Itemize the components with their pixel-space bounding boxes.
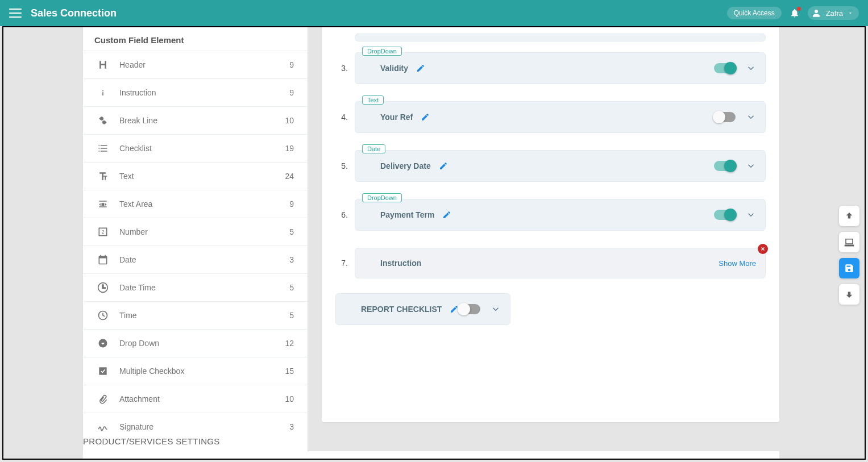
field-type-tag: Date bbox=[362, 144, 385, 153]
element-type-date[interactable]: Date3 bbox=[83, 245, 308, 273]
field-name: Instruction bbox=[380, 259, 421, 268]
element-count: 3 bbox=[289, 255, 294, 264]
element-count: 9 bbox=[289, 60, 294, 69]
save-button[interactable] bbox=[839, 258, 859, 278]
field-card[interactable]: DropDownPayment Term bbox=[355, 199, 766, 231]
topbar-left: Sales Connection bbox=[9, 7, 117, 19]
topbar: Sales Connection Quick Access Zafra bbox=[0, 0, 868, 26]
element-type-time[interactable]: Time5 bbox=[83, 301, 308, 329]
section-title-product-services: PRODUCT/SERVICES SETTINGS bbox=[83, 436, 220, 446]
expand-icon[interactable] bbox=[491, 304, 501, 314]
floating-action-column bbox=[839, 206, 865, 305]
element-count: 9 bbox=[289, 199, 294, 209]
element-type-datetime[interactable]: Date Time5 bbox=[83, 273, 308, 301]
field-row: 6.DropDownPayment Term bbox=[322, 197, 779, 233]
element-count: 24 bbox=[285, 172, 294, 181]
show-more-link[interactable]: Show More bbox=[719, 259, 756, 268]
user-name: Zafra bbox=[826, 9, 843, 18]
delete-icon[interactable] bbox=[758, 244, 768, 254]
field-card[interactable]: DateDelivery Date bbox=[355, 150, 766, 182]
edit-icon[interactable] bbox=[421, 113, 430, 122]
text-icon bbox=[97, 170, 109, 182]
element-count: 3 bbox=[289, 422, 294, 431]
field-name: Validity bbox=[380, 64, 408, 73]
field-number: 7. bbox=[335, 259, 348, 268]
field-number: 3. bbox=[335, 64, 348, 73]
field-type-tag: DropDown bbox=[362, 47, 402, 56]
element-count: 5 bbox=[289, 311, 294, 320]
element-label: Attachment bbox=[119, 394, 160, 403]
field-number: 4. bbox=[335, 113, 348, 122]
edit-icon[interactable] bbox=[416, 64, 425, 73]
svg-text:2: 2 bbox=[102, 229, 105, 235]
toggle-switch[interactable] bbox=[714, 210, 736, 220]
move-down-button[interactable] bbox=[839, 284, 859, 305]
expand-icon[interactable] bbox=[746, 63, 756, 73]
toggle-switch[interactable] bbox=[714, 112, 736, 122]
preview-button[interactable] bbox=[839, 232, 859, 252]
element-label: Time bbox=[119, 311, 137, 320]
field-type-tag: DropDown bbox=[362, 193, 402, 202]
field-card[interactable]: DropDownValidity bbox=[355, 52, 766, 84]
field-number: 5. bbox=[335, 161, 348, 170]
datetime-icon bbox=[97, 281, 109, 294]
element-type-textarea[interactable]: Text Area9 bbox=[83, 190, 308, 218]
chevron-down-icon bbox=[848, 10, 853, 16]
field-card[interactable]: InstructionShow More bbox=[355, 248, 766, 278]
field-row: 7.InstructionShow More bbox=[322, 245, 779, 281]
checklist-icon bbox=[97, 142, 109, 155]
edit-icon[interactable] bbox=[439, 161, 448, 170]
field-name: Payment Term bbox=[380, 210, 434, 219]
element-type-instruction[interactable]: Instruction9 bbox=[83, 78, 308, 106]
element-count: 10 bbox=[285, 394, 294, 403]
field-row: REPORT CHECKLIST bbox=[322, 293, 779, 325]
user-menu[interactable]: Zafra bbox=[808, 6, 859, 20]
element-label: Date Time bbox=[119, 283, 156, 292]
element-label: Text bbox=[119, 172, 134, 181]
number-icon: 2 bbox=[97, 226, 109, 238]
element-type-attachment[interactable]: Attachment10 bbox=[83, 385, 308, 413]
element-type-text[interactable]: Text24 bbox=[83, 162, 308, 190]
expand-icon[interactable] bbox=[746, 210, 756, 220]
element-count: 19 bbox=[285, 144, 294, 153]
user-icon bbox=[811, 8, 821, 18]
field-row: 4.TextYour Ref bbox=[322, 99, 779, 135]
toggle-switch[interactable] bbox=[714, 63, 736, 73]
element-label: Instruction bbox=[119, 88, 156, 97]
quick-access-button[interactable]: Quick Access bbox=[727, 7, 782, 19]
element-label: Multiple Checkbox bbox=[119, 367, 184, 376]
element-type-breakline[interactable]: Break Line10 bbox=[83, 106, 308, 134]
brand-title: Sales Connection bbox=[31, 7, 117, 19]
element-type-checklist[interactable]: Checklist19 bbox=[83, 134, 308, 162]
element-type-number[interactable]: 2Number5 bbox=[83, 218, 308, 245]
element-type-header[interactable]: Header9 bbox=[83, 51, 308, 78]
multicheck-icon bbox=[97, 365, 109, 377]
expand-icon[interactable] bbox=[746, 161, 756, 171]
menu-icon[interactable] bbox=[9, 9, 22, 18]
element-count: 12 bbox=[285, 339, 294, 348]
content-area: Custom Field Element Header9Instruction9… bbox=[3, 27, 865, 459]
expand-icon[interactable] bbox=[746, 112, 756, 122]
element-count: 5 bbox=[289, 227, 294, 236]
field-name: REPORT CHECKLIST bbox=[361, 305, 442, 314]
element-label: Text Area bbox=[119, 199, 152, 209]
move-up-button[interactable] bbox=[839, 206, 859, 226]
field-name: Delivery Date bbox=[380, 161, 431, 170]
field-card[interactable]: TextYour Ref bbox=[355, 101, 766, 133]
element-type-multicheck[interactable]: Multiple Checkbox15 bbox=[83, 357, 308, 385]
element-label: Date bbox=[119, 255, 136, 264]
element-label: Break Line bbox=[119, 116, 157, 125]
topbar-right: Quick Access Zafra bbox=[727, 6, 859, 20]
element-type-dropdown[interactable]: Drop Down12 bbox=[83, 329, 308, 357]
custom-field-element-panel: Custom Field Element Header9Instruction9… bbox=[83, 27, 308, 454]
field-row: 5.DateDelivery Date bbox=[322, 148, 779, 184]
element-count: 5 bbox=[289, 283, 294, 292]
notification-bell-icon[interactable] bbox=[790, 8, 800, 18]
dropdown-icon bbox=[97, 337, 109, 349]
attachment-icon bbox=[97, 393, 109, 405]
signature-icon bbox=[97, 421, 109, 433]
edit-icon[interactable] bbox=[442, 210, 451, 219]
toggle-switch[interactable] bbox=[459, 304, 480, 314]
element-label: Drop Down bbox=[119, 339, 159, 348]
toggle-switch[interactable] bbox=[714, 161, 736, 171]
